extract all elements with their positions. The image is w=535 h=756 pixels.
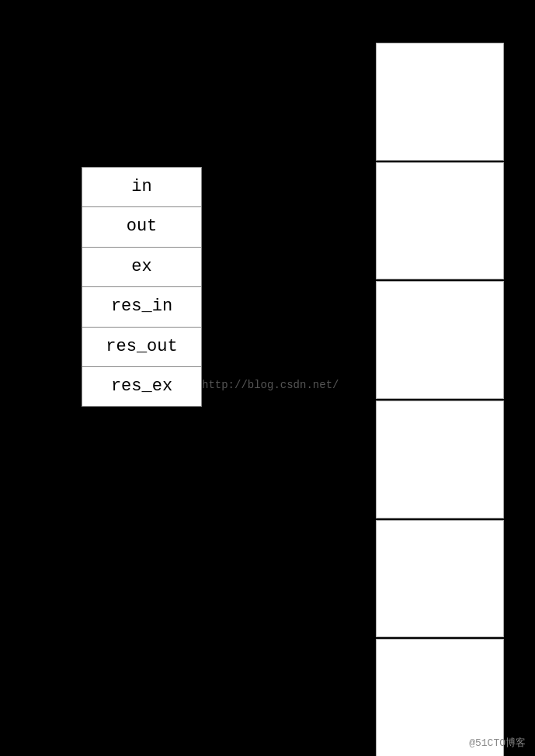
list-item-ex[interactable]: ex bbox=[82, 248, 201, 287]
right-block-4 bbox=[376, 401, 504, 518]
list-item-res-ex[interactable]: res_ex bbox=[82, 367, 201, 406]
list-panel: in out ex res_in res_out res_ex bbox=[82, 167, 202, 407]
right-block-2 bbox=[376, 162, 504, 280]
list-item-in[interactable]: in bbox=[82, 168, 201, 207]
right-panel bbox=[376, 43, 504, 756]
right-block-5 bbox=[376, 520, 504, 638]
list-item-res-out[interactable]: res_out bbox=[82, 328, 201, 367]
list-item-out[interactable]: out bbox=[82, 207, 201, 247]
right-block-1 bbox=[376, 43, 504, 161]
bottom-watermark: @51CTO博客 bbox=[469, 736, 526, 750]
right-block-3 bbox=[376, 281, 504, 399]
list-item-res-in[interactable]: res_in bbox=[82, 287, 201, 327]
watermark-text: http://blog.csdn.net/ bbox=[202, 379, 339, 391]
